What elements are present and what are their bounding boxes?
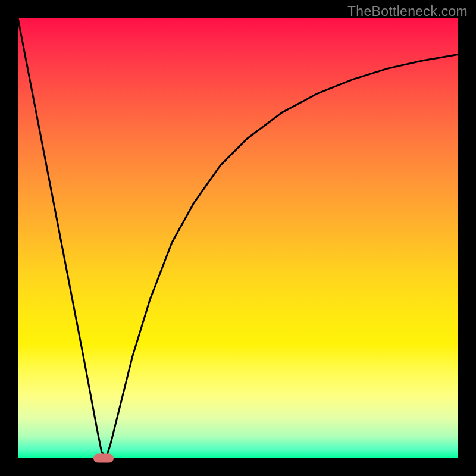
curve-svg xyxy=(18,18,458,458)
plot-area xyxy=(18,18,458,458)
bottleneck-curve xyxy=(18,18,458,458)
watermark-text: TheBottleneck.com xyxy=(347,4,468,20)
chart-container: TheBottleneck.com xyxy=(0,0,476,476)
minimum-marker xyxy=(93,454,114,463)
